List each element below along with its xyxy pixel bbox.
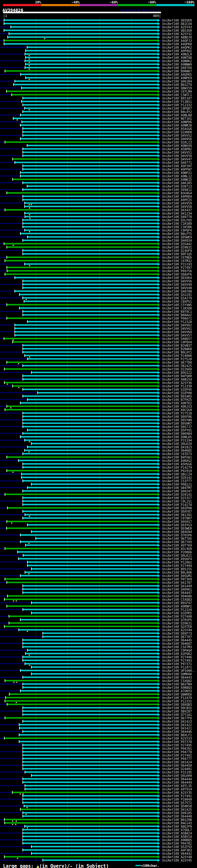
alignment-row-Q9C8S5[interactable]: UniRef100_Q9C8S5 (0, 706, 197, 709)
hit-bar[interactable] (6, 91, 158, 92)
alignment-row-C6T8R7[interactable]: UniRef100_C6T8R7 (0, 516, 197, 520)
alignment-row-P27496[interactable]: UniRef100_P27496 (0, 655, 197, 659)
hit-bar[interactable] (11, 26, 158, 28)
alignment-row-C1K5B9[interactable]: UniRef100_C1K5B9 (0, 222, 197, 225)
alignment-row-A7QQL7[interactable]: UniRef100_A7QQL7 (0, 828, 197, 831)
alignment-row-O64448[interactable]: UniRef100_O64448 (0, 814, 197, 818)
alignment-row-P12062[interactable]: UniRef100_P12062 (0, 560, 197, 564)
alignment-row-A9RAS2[interactable]: UniRef100_A9RAS2 (0, 459, 197, 462)
alignment-row-A5ASG6[interactable]: UniRef100_A5ASG6 (0, 127, 197, 130)
alignment-row-A9NPE9[interactable]: UniRef100_A9NPE9 (0, 76, 197, 80)
alignment-row-A9T769[interactable]: UniRef100_A9T769 (0, 544, 197, 547)
hit-bar[interactable] (31, 775, 158, 776)
alignment-row-Q43437[interactable]: UniRef100_Q43437 (0, 208, 197, 212)
hit-bar[interactable] (27, 487, 158, 488)
hit-bar[interactable] (15, 324, 158, 326)
hit-bar[interactable] (25, 202, 158, 204)
alignment-row-P27490[interactable]: UniRef100_P27490 (0, 615, 197, 618)
alignment-row-Q9SYW9[interactable]: UniRef100_Q9SYW9 (0, 418, 197, 422)
hit-bar[interactable] (23, 480, 158, 482)
alignment-row-Q10HD0[interactable]: UniRef100_Q10HD0 (0, 130, 197, 134)
hit-bar[interactable] (23, 731, 158, 732)
hit-bar[interactable] (20, 619, 158, 620)
alignment-row-P06671[interactable]: UniRef100_P06671 (0, 316, 197, 320)
alignment-row-Q84TM7[interactable]: UniRef100_Q84TM7 (0, 486, 197, 489)
alignment-row-A9TL35[interactable]: UniRef100_A9TL35 (0, 784, 197, 787)
alignment-row-P27518[interactable]: UniRef100_P27518 (0, 411, 197, 415)
hit-bar[interactable] (27, 145, 158, 146)
hit-bar[interactable] (22, 473, 158, 475)
alignment-row-Q9S7J7[interactable]: UniRef100_Q9S7J7 (0, 425, 197, 428)
hit-bar[interactable] (31, 852, 158, 854)
alignment-row-P04781[interactable]: UniRef100_P04781 (0, 747, 197, 750)
hit-bar[interactable] (22, 477, 158, 478)
alignment-row-A9RT62[interactable]: UniRef100_A9RT62 (0, 401, 197, 405)
hit-bar[interactable] (8, 36, 158, 38)
hit-bar[interactable] (25, 107, 158, 109)
hit-bar[interactable] (23, 348, 158, 349)
alignment-row-Q3SA42[interactable]: UniRef100_Q3SA42 (0, 242, 197, 245)
alignment-row-A9RBQ3[interactable]: UniRef100_A9RBQ3 (0, 686, 197, 689)
alignment-row-C6TM32[interactable]: UniRef100_C6TM32 (0, 259, 197, 262)
alignment-row-C0L2S1[interactable]: UniRef100_C0L2S1 (0, 499, 197, 503)
alignment-row-B9GSZ2[interactable]: UniRef100_B9GSZ2 (0, 371, 197, 374)
hit-bar[interactable] (5, 273, 158, 275)
hit-bar[interactable] (25, 216, 158, 217)
hit-bar[interactable] (9, 622, 158, 624)
alignment-row-Q84U94[interactable]: UniRef100_Q84U94 (0, 530, 197, 533)
hit-bar[interactable] (5, 209, 158, 211)
alignment-row-P15195[interactable]: UniRef100_P15195 (0, 770, 197, 774)
alignment-row-Q5ZF93[interactable]: UniRef100_Q5ZF93 (0, 845, 197, 848)
hit-bar[interactable] (12, 158, 158, 160)
alignment-row-A9PFW7[interactable]: UniRef100_A9PFW7 (0, 167, 197, 171)
alignment-row-Q41423[interactable]: UniRef100_Q41423 (0, 720, 197, 723)
hit-bar[interactable] (7, 270, 158, 272)
alignment-row-P15194[interactable]: UniRef100_P15194 (0, 438, 197, 442)
alignment-row-A2SY32[interactable]: UniRef100_A2SY32 (0, 32, 197, 35)
hit-bar[interactable] (9, 33, 158, 34)
hit-bar[interactable] (7, 595, 158, 597)
alignment-row-P14278[interactable]: UniRef100_P14278 (0, 503, 197, 506)
hit-bar[interactable] (23, 463, 158, 465)
alignment-row-B4FQ80[interactable]: UniRef100_B4FQ80 (0, 374, 197, 377)
alignment-row-C1K5B6[interactable]: UniRef100_C1K5B6 (0, 225, 197, 228)
alignment-row-A2SY33[interactable]: UniRef100_A2SY33 (0, 737, 197, 740)
hit-bar[interactable] (23, 687, 158, 688)
alignment-row-Q4VV48[interactable]: UniRef100_Q4VV48 (0, 286, 197, 289)
hit-bar[interactable] (25, 53, 158, 55)
alignment-row-Q93YG3[interactable]: UniRef100_Q93YG3 (0, 523, 197, 527)
alignment-row-Q4VV60[interactable]: UniRef100_Q4VV60 (0, 330, 197, 334)
alignment-row-P12328[interactable]: UniRef100_P12328 (0, 320, 197, 323)
alignment-row-B6STN4[interactable]: UniRef100_B6STN4 (0, 682, 197, 686)
alignment-row-A9NP21[interactable]: UniRef100_A9NP21 (0, 171, 197, 174)
alignment-row-A9PEI5[interactable]: UniRef100_A9PEI5 (0, 198, 197, 202)
alignment-row-A4QPJ3[interactable]: UniRef100_A4QPJ3 (0, 39, 197, 42)
hit-bar[interactable] (20, 727, 158, 729)
alignment-row-B6T1H1[interactable]: UniRef100_B6T1H1 (0, 117, 197, 120)
hit-bar[interactable] (13, 84, 158, 85)
alignment-row-Q50K58[interactable]: UniRef100_Q50K58 (0, 804, 197, 808)
alignment-row-Q8W0E6[interactable]: UniRef100_Q8W0E6 (0, 692, 197, 696)
alignment-row-B9I107[interactable]: UniRef100_B9I107 (0, 96, 197, 100)
alignment-row-B0L806[interactable]: UniRef100_B0L806 (0, 570, 197, 574)
alignment-row-Q7Y1A1[interactable]: UniRef100_Q7Y1A1 (0, 713, 197, 716)
hit-bar[interactable] (7, 192, 158, 194)
alignment-row-B3G0G4[interactable]: UniRef100_B3G0G4 (0, 191, 197, 195)
hit-bar[interactable] (20, 809, 158, 810)
hit-bar[interactable] (20, 175, 158, 177)
alignment-row-A9NT88[interactable]: UniRef100_A9NT88 (0, 56, 197, 59)
alignment-row-P27497[interactable]: UniRef100_P27497 (0, 266, 197, 269)
hit-bar[interactable] (5, 409, 158, 410)
hit-bar[interactable] (7, 456, 158, 458)
hit-bar[interactable] (25, 263, 158, 265)
alignment-row-Q9AXF6[interactable]: UniRef100_Q9AXF6 (0, 273, 197, 276)
alignment-row-Q4VV59[interactable]: UniRef100_Q4VV59 (0, 202, 197, 205)
hit-bar[interactable] (25, 826, 158, 827)
alignment-row-Q4VV51[interactable]: UniRef100_Q4VV51 (0, 151, 197, 154)
hit-bar[interactable] (9, 616, 158, 617)
alignment-row-C5XQ82[interactable]: UniRef100_C5XQ82 (0, 679, 197, 682)
alignment-row-B4FUA1[interactable]: UniRef100_B4FUA1 (0, 456, 197, 459)
hit-bar[interactable] (23, 128, 158, 129)
hit-bar[interactable] (20, 138, 158, 140)
hit-bar[interactable] (23, 240, 158, 241)
